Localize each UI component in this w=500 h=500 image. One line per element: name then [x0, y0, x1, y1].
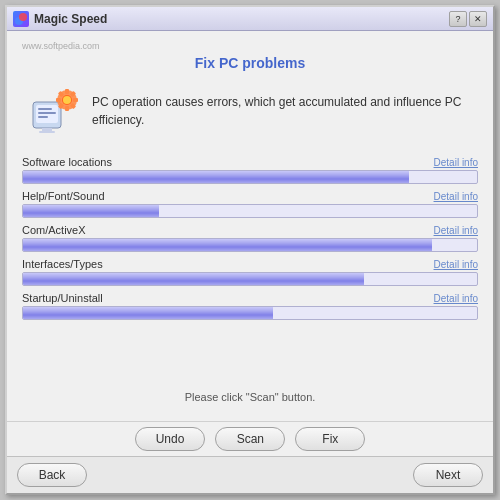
progress-bar-fill: [23, 273, 364, 285]
next-button[interactable]: Next: [413, 463, 483, 487]
svg-rect-8: [39, 131, 55, 133]
back-button[interactable]: Back: [17, 463, 87, 487]
title-bar-left: Magic Speed: [13, 11, 107, 27]
watermark: www.softpedia.com: [22, 41, 478, 51]
detail-link[interactable]: Detail info: [434, 293, 478, 304]
undo-button[interactable]: Undo: [135, 427, 206, 451]
scan-items-section: Software locations Detail info Help/Font…: [22, 156, 478, 383]
progress-bar-container: [22, 272, 478, 286]
svg-rect-11: [65, 89, 69, 94]
window-title: Magic Speed: [34, 12, 107, 26]
svg-rect-15: [65, 106, 69, 111]
scan-item-label: Help/Font/Sound: [22, 190, 105, 202]
main-content: www.softpedia.com Fix PC problems: [7, 31, 493, 421]
svg-rect-5: [38, 112, 56, 114]
header-description: PC operation causes errors, which get ac…: [92, 93, 473, 129]
svg-point-19: [63, 96, 71, 104]
progress-bar-container: [22, 238, 478, 252]
help-button[interactable]: ?: [449, 11, 467, 27]
app-icon: [13, 11, 29, 27]
scan-item-header: Com/ActiveX Detail info: [22, 224, 478, 236]
scan-item-header: Interfaces/Types Detail info: [22, 258, 478, 270]
progress-bar-fill: [23, 307, 273, 319]
fix-button[interactable]: Fix: [295, 427, 365, 451]
svg-rect-4: [38, 108, 52, 110]
status-text: Please click "Scan" button.: [22, 391, 478, 403]
detail-link[interactable]: Detail info: [434, 191, 478, 202]
scan-item-header: Software locations Detail info: [22, 156, 478, 168]
action-buttons: Undo Scan Fix: [7, 421, 493, 456]
scan-item-label: Com/ActiveX: [22, 224, 86, 236]
svg-rect-13: [73, 98, 78, 102]
nav-buttons: Back Next: [7, 456, 493, 493]
svg-rect-17: [56, 98, 61, 102]
scan-item: Startup/Uninstall Detail info: [22, 292, 478, 320]
title-controls: ? ✕: [449, 11, 487, 27]
header-section: PC operation causes errors, which get ac…: [22, 81, 478, 141]
page-title: Fix PC problems: [22, 55, 478, 71]
scan-item-label: Startup/Uninstall: [22, 292, 103, 304]
svg-rect-6: [38, 116, 48, 118]
scan-item-header: Help/Font/Sound Detail info: [22, 190, 478, 202]
scan-item: Com/ActiveX Detail info: [22, 224, 478, 252]
progress-bar-container: [22, 306, 478, 320]
scan-item: Interfaces/Types Detail info: [22, 258, 478, 286]
main-window: Magic Speed ? ✕ www.softpedia.com Fix PC…: [5, 5, 495, 495]
svg-point-1: [19, 13, 27, 21]
scan-item: Software locations Detail info: [22, 156, 478, 184]
progress-bar-container: [22, 170, 478, 184]
scan-item-label: Interfaces/Types: [22, 258, 103, 270]
progress-bar-fill: [23, 205, 159, 217]
progress-bar-container: [22, 204, 478, 218]
detail-link[interactable]: Detail info: [434, 157, 478, 168]
scan-item-label: Software locations: [22, 156, 112, 168]
header-icon: [27, 86, 77, 136]
progress-bar-fill: [23, 171, 409, 183]
close-button[interactable]: ✕: [469, 11, 487, 27]
scan-item: Help/Font/Sound Detail info: [22, 190, 478, 218]
scan-button[interactable]: Scan: [215, 427, 285, 451]
scan-item-header: Startup/Uninstall Detail info: [22, 292, 478, 304]
detail-link[interactable]: Detail info: [434, 225, 478, 236]
detail-link[interactable]: Detail info: [434, 259, 478, 270]
progress-bar-fill: [23, 239, 432, 251]
svg-rect-7: [42, 128, 52, 131]
title-bar: Magic Speed ? ✕: [7, 7, 493, 31]
